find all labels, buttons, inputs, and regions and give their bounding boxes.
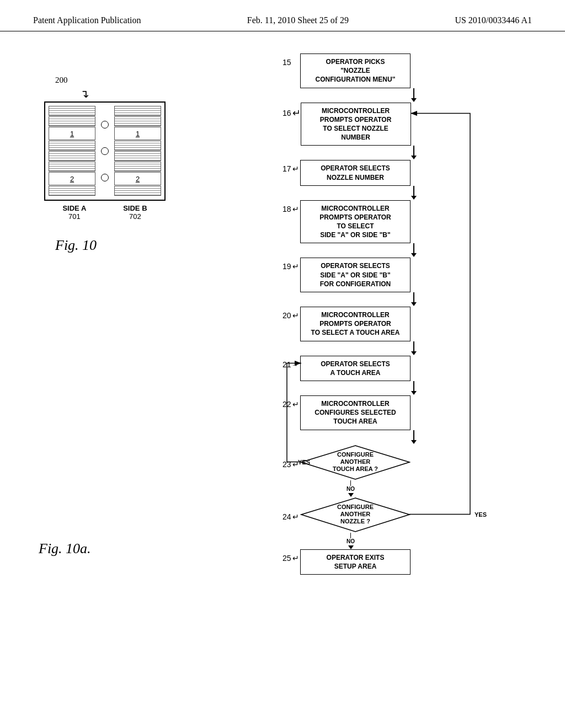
flow-box-19: OPERATOR SELECTSSIDE "A" OR SIDE "B"FOR … bbox=[300, 258, 411, 292]
diagram-label-200: 200 bbox=[55, 76, 68, 85]
main-content: 200 ↴ 1 2 bbox=[0, 31, 565, 597]
side-b-label: SIDE B bbox=[123, 204, 147, 212]
flow-box-16: MICROCONTROLLERPROMPTS OPERATORTO SELECT… bbox=[301, 103, 411, 146]
step-num-20: 20↵ bbox=[282, 307, 300, 320]
flow-decision-23-row: 23↵ CONFIGURE ANOTHERTOUCH AREA ? YES bbox=[282, 445, 481, 480]
label-2a: 2 bbox=[49, 172, 95, 185]
flow-step-25: 25↵ OPERATOR EXITSSETUP AREA bbox=[282, 549, 481, 575]
device-side-b: 1 2 bbox=[114, 106, 161, 196]
header-right: US 2010/0033446 A1 bbox=[455, 15, 532, 25]
hatch-2b bbox=[114, 116, 161, 126]
flow-decision-24-row: 24↵ CONFIGURE ANOTHERNOZZLE ? YES bbox=[282, 497, 481, 533]
decision-23-text: CONFIGURE ANOTHERTOUCH AREA ? bbox=[328, 451, 383, 473]
connector-22-23 bbox=[347, 430, 481, 445]
hatch-4a bbox=[49, 151, 95, 161]
connector-21-22 bbox=[347, 381, 481, 395]
step-num-16: 16↵ bbox=[282, 103, 301, 119]
fig-10a-label: Fig. 10a. bbox=[39, 540, 91, 557]
side-b-label-group: SIDE B 702 bbox=[123, 204, 147, 221]
connector-17-18 bbox=[347, 186, 481, 200]
step-num-17: 17↵ bbox=[282, 160, 300, 173]
label-1b: 1 bbox=[114, 127, 161, 140]
circle-column bbox=[99, 106, 111, 196]
step-num-21: 21→ bbox=[282, 356, 300, 369]
step-num-25: 25↵ bbox=[282, 549, 300, 563]
flow-step-17: 17↵ OPERATOR SELECTSNOZZLE NUMBER bbox=[282, 160, 481, 185]
label-1a: 1 bbox=[49, 127, 95, 140]
side-b-num: 702 bbox=[123, 212, 147, 221]
hatch-4b bbox=[114, 151, 161, 161]
flow-step-18: 18↵ MICROCONTROLLERPROMPTS OPERATORTO SE… bbox=[282, 200, 481, 244]
connector-24-25: NO bbox=[347, 533, 355, 549]
fig-10-label: Fig. 10 bbox=[55, 237, 97, 254]
flow-box-25: OPERATOR EXITSSETUP AREA bbox=[300, 549, 411, 575]
decision-24-text: CONFIGURE ANOTHERNOZZLE ? bbox=[328, 504, 383, 526]
flow-box-20: MICROCONTROLLERPROMPTS OPERATORTO SELECT… bbox=[300, 307, 411, 341]
flow-step-22: 22↵ MICROCONTROLLERCONFIGURES SELECTEDTO… bbox=[282, 395, 481, 430]
flow-step-20: 20↵ MICROCONTROLLERPROMPTS OPERATORTO SE… bbox=[282, 307, 481, 341]
connector-23-24: NO bbox=[347, 480, 355, 497]
connector-18-19 bbox=[347, 243, 481, 258]
step-num-18: 18↵ bbox=[282, 200, 300, 213]
circle-2 bbox=[101, 147, 109, 155]
decision-23-yes: YES bbox=[298, 459, 310, 465]
left-panel: 200 ↴ 1 2 bbox=[33, 53, 221, 575]
hatch-5a bbox=[49, 162, 95, 172]
connector-24-25-wrapper: NO bbox=[282, 533, 481, 549]
step-num-19: 19↵ bbox=[282, 258, 300, 271]
hatch-3a bbox=[49, 141, 95, 151]
flow-box-22: MICROCONTROLLERCONFIGURES SELECTEDTOUCH … bbox=[300, 395, 411, 430]
circle-1 bbox=[101, 121, 109, 129]
no-label-23: NO bbox=[347, 486, 355, 492]
device-diagram: 1 2 1 2 bbox=[44, 101, 166, 201]
flow-box-15: OPERATOR PICKS"NOZZLECONFIGURATION MENU" bbox=[300, 53, 411, 88]
flow-box-21: OPERATOR SELECTSA TOUCH AREA bbox=[300, 356, 411, 381]
side-a-label-group: SIDE A 701 bbox=[62, 204, 86, 221]
connector-16-17 bbox=[347, 146, 481, 160]
hatch-2a bbox=[49, 116, 95, 126]
connector-20-21 bbox=[347, 341, 481, 356]
right-panel: 15 OPERATOR PICKS"NOZZLECONFIGURATION ME… bbox=[232, 53, 532, 575]
circle-3 bbox=[101, 174, 109, 181]
flow-step-15: 15 OPERATOR PICKS"NOZZLECONFIGURATION ME… bbox=[282, 53, 481, 88]
flow-decision-24: CONFIGURE ANOTHERNOZZLE ? bbox=[300, 497, 411, 533]
no-label-24: NO bbox=[347, 538, 355, 544]
decision-24-yes: YES bbox=[475, 511, 487, 518]
hatch-6b bbox=[114, 186, 161, 196]
flowchart-section: 15 OPERATOR PICKS"NOZZLECONFIGURATION ME… bbox=[282, 53, 481, 575]
page-header: Patent Application Publication Feb. 11, … bbox=[0, 0, 565, 31]
flow-box-18: MICROCONTROLLERPROMPTS OPERATORTO SELECT… bbox=[300, 200, 411, 244]
connector-15-16 bbox=[347, 88, 481, 103]
connector-23-24-wrapper: NO bbox=[282, 480, 481, 497]
flow-step-16: 16↵ MICROCONTROLLERPROMPTS OPERATORTO SE… bbox=[282, 103, 481, 146]
diagram-arrow: ↴ bbox=[80, 87, 89, 100]
header-left: Patent Application Publication bbox=[33, 15, 141, 25]
flow-step-21: 21→ OPERATOR SELECTSA TOUCH AREA bbox=[282, 356, 481, 381]
device-side-a: 1 2 bbox=[49, 106, 95, 196]
flow-decision-23: CONFIGURE ANOTHERTOUCH AREA ? bbox=[300, 445, 411, 480]
device-labels-row: SIDE A 701 SIDE B 702 bbox=[44, 204, 166, 221]
label-2b: 2 bbox=[114, 172, 161, 185]
header-center: Feb. 11, 2010 Sheet 25 of 29 bbox=[247, 15, 349, 25]
step-num-22: 22↵ bbox=[282, 395, 300, 409]
hatch-6a bbox=[49, 186, 95, 196]
connector-19-20 bbox=[347, 292, 481, 307]
hatch-3b bbox=[114, 141, 161, 151]
step-num-15: 15 bbox=[282, 53, 300, 67]
hatch-5b bbox=[114, 162, 161, 172]
flow-box-17: OPERATOR SELECTSNOZZLE NUMBER bbox=[300, 160, 411, 185]
flow-step-19: 19↵ OPERATOR SELECTSSIDE "A" OR SIDE "B"… bbox=[282, 258, 481, 292]
side-a-num: 701 bbox=[62, 212, 86, 221]
step-num-24: 24↵ bbox=[282, 508, 300, 521]
hatch-1b bbox=[114, 106, 161, 116]
side-a-label: SIDE A bbox=[62, 204, 86, 212]
hatch-1a bbox=[49, 106, 95, 116]
